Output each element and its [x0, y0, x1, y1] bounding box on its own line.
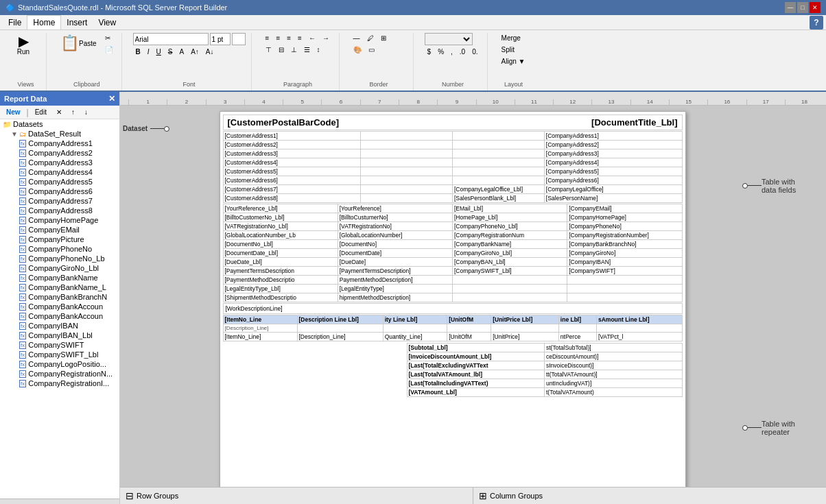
- cell: [EMail_Lbl]: [453, 204, 567, 213]
- table-row: [PaymentMethodDescriptio PaymentMethodDe…: [223, 276, 682, 285]
- border-all-button[interactable]: ⊞: [378, 33, 389, 43]
- field-icon: fx: [19, 313, 26, 320]
- field-companyaddress4[interactable]: fx CompanyAddress4: [0, 167, 119, 177]
- currency-button[interactable]: $: [425, 47, 434, 57]
- copy-button[interactable]: 📄: [102, 45, 116, 55]
- field-companyregistrationn[interactable]: fx CompanyRegistrationN...: [0, 369, 119, 379]
- field-companybankname-l[interactable]: fx CompanyBankName_L: [0, 283, 119, 292]
- datasets-node[interactable]: 📁 Datasets: [0, 119, 119, 129]
- font-grow-button[interactable]: A↑: [188, 47, 202, 57]
- percent-button[interactable]: %: [435, 47, 447, 57]
- field-companybankaccoun2[interactable]: fx CompanyBankAccoun: [0, 311, 119, 321]
- panel-close-button[interactable]: ✕: [108, 94, 115, 104]
- decimal-decrease-button[interactable]: 0.: [469, 47, 480, 57]
- dataset-icon: 🗂: [19, 130, 26, 138]
- field-companyaddress7[interactable]: fx CompanyAddress7: [0, 196, 119, 206]
- report-canvas[interactable]: [CustomerPostalBarCode] [DocumentTitle_L…: [168, 106, 737, 487]
- split-button[interactable]: Split: [499, 45, 517, 55]
- indent-decrease-button[interactable]: ←: [306, 33, 318, 43]
- minimize-button[interactable]: —: [785, 2, 796, 13]
- field-companyaddress1[interactable]: fx CompanyAddress1: [0, 139, 119, 148]
- dataset-annotation: Dataset: [123, 125, 169, 132]
- paste-button[interactable]: 📋 Paste: [58, 33, 99, 53]
- italic-button[interactable]: I: [145, 47, 152, 57]
- decimal-increase-button[interactable]: .0: [457, 47, 468, 57]
- field-companyaddress6[interactable]: fx CompanyAddress6: [0, 187, 119, 196]
- field-companygirono-lbl[interactable]: fx CompanyGiroNo_Lbl: [0, 263, 119, 273]
- move-up-button[interactable]: ↑: [68, 107, 78, 117]
- field-companyphoneno-lb[interactable]: fx CompanyPhoneNo_Lb: [0, 254, 119, 263]
- close-button[interactable]: ✕: [810, 2, 821, 13]
- cut-button[interactable]: ✂: [102, 33, 116, 43]
- field-companybankbranchn[interactable]: fx CompanyBankBranchN: [0, 292, 119, 302]
- strikethrough-button[interactable]: S: [165, 47, 176, 57]
- delete-button[interactable]: ✕: [53, 107, 65, 117]
- border-width-button[interactable]: ▭: [366, 45, 377, 55]
- valign-mid-button[interactable]: ⊟: [276, 45, 287, 55]
- field-icon: fx: [19, 140, 26, 147]
- field-companyaddress3[interactable]: fx CompanyAddress3: [0, 158, 119, 167]
- field-companyswift-lbl[interactable]: fx CompanySWIFT_Lbl: [0, 350, 119, 359]
- move-down-button[interactable]: ↓: [81, 107, 91, 117]
- indent-increase-button[interactable]: →: [320, 33, 332, 43]
- field-companyiban[interactable]: fx CompanyIBAN: [0, 321, 119, 331]
- font-family-input[interactable]: [133, 33, 209, 45]
- ruler-mark-10: 10: [476, 99, 515, 105]
- field-companyaddress2[interactable]: fx CompanyAddress2: [0, 148, 119, 158]
- border-style-button[interactable]: —: [351, 33, 363, 43]
- field-companyhomepage[interactable]: fx CompanyHomePage: [0, 215, 119, 225]
- align-left-button[interactable]: ≡: [263, 33, 272, 43]
- font-size-dropdown[interactable]: [232, 33, 246, 45]
- cell: [567, 285, 682, 293]
- bold-button[interactable]: B: [133, 47, 143, 57]
- menu-file[interactable]: File: [3, 15, 27, 29]
- field-companybankname[interactable]: fx CompanyBankName: [0, 273, 119, 283]
- field-companylogopositio[interactable]: fx CompanyLogoPositio...: [0, 359, 119, 369]
- field-companyaddress8[interactable]: fx CompanyAddress8: [0, 206, 119, 215]
- field-companyregistrationi[interactable]: fx CompanyRegistrationI...: [0, 379, 119, 388]
- valign-bottom-button[interactable]: ⊥: [288, 45, 300, 55]
- paragraph-group-label: Paragraph: [263, 78, 333, 88]
- direction-button[interactable]: ↕: [314, 45, 323, 55]
- menu-home[interactable]: Home: [27, 15, 61, 29]
- dataset-result-node[interactable]: ▼ 🗂 DataSet_Result: [0, 129, 119, 139]
- field-companybankaccoun1[interactable]: fx CompanyBankAccoun: [0, 302, 119, 311]
- help-button[interactable]: ?: [810, 16, 823, 29]
- panel-horizontal-scrollbar[interactable]: [0, 499, 119, 504]
- list-button[interactable]: ☰: [301, 45, 313, 55]
- align-button[interactable]: Align ▼: [499, 56, 528, 67]
- menu-view[interactable]: View: [93, 15, 121, 29]
- font-size-input[interactable]: [210, 33, 231, 45]
- background-color-button[interactable]: 🎨: [351, 45, 364, 55]
- valign-top-button[interactable]: ⊤: [263, 45, 274, 55]
- number-format-select[interactable]: [425, 33, 473, 45]
- ruler-mark-15: 15: [669, 99, 707, 105]
- field-companyphoneno[interactable]: fx CompanyPhoneNo: [0, 244, 119, 254]
- right-annotations: Table withdata fields Table withrepeater: [737, 106, 826, 487]
- font-color-button[interactable]: A: [177, 47, 187, 57]
- field-companyswift[interactable]: fx CompanySWIFT: [0, 340, 119, 350]
- field-companypicture[interactable]: fx CompanyPicture: [0, 235, 119, 244]
- field-icon: fx: [19, 380, 26, 387]
- comma-button[interactable]: ,: [448, 47, 456, 57]
- customer-address3-cell: [CustomerAddress3]: [223, 149, 361, 158]
- table-row: [CustomerAddress3] [CompanyAddress3]: [223, 149, 682, 158]
- run-button[interactable]: ▶ Run: [11, 33, 36, 57]
- new-button[interactable]: New: [3, 107, 24, 117]
- field-companyemail[interactable]: fx CompanyEMail: [0, 225, 119, 235]
- maximize-button[interactable]: □: [797, 2, 808, 13]
- number-row2: $ % , .0 0.: [425, 47, 482, 57]
- table-row: [VATRegistrationNo_Lbl] [VATRegistration…: [223, 222, 682, 231]
- menu-insert[interactable]: Insert: [61, 15, 93, 29]
- field-companyiban-lbl[interactable]: fx CompanyIBAN_Lbl: [0, 331, 119, 340]
- align-center-button[interactable]: ≡: [273, 33, 283, 43]
- align-justify-button[interactable]: ≡: [295, 33, 305, 43]
- font-shrink-button[interactable]: A↓: [203, 47, 217, 57]
- field-companyaddress5[interactable]: fx CompanyAddress5: [0, 177, 119, 187]
- merge-button[interactable]: Merge: [499, 33, 523, 43]
- border-color-button[interactable]: 🖊: [364, 33, 377, 43]
- align-right-button[interactable]: ≡: [284, 33, 294, 43]
- title-bar-controls[interactable]: — □ ✕: [785, 2, 821, 13]
- edit-button[interactable]: Edit: [32, 107, 50, 117]
- underline-button[interactable]: U: [154, 47, 164, 57]
